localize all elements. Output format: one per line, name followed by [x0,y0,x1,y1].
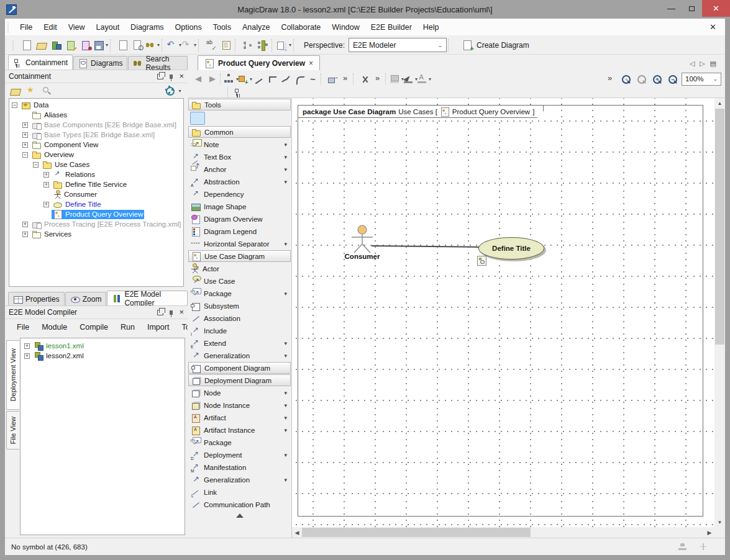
menu-item[interactable]: Tools [208,19,237,35]
menu-item[interactable]: Help [417,19,445,35]
overflow-icon[interactable] [604,72,618,86]
horizontal-scrollbar[interactable]: ◀ ▶ [292,527,714,538]
menu-item[interactable]: Edit [38,19,63,35]
scroll-up-icon[interactable]: ▲ [714,98,725,108]
font-color[interactable]: ▾ [417,72,431,86]
tree-item[interactable]: + Process Tracing [E2E Process Tracing.x… [9,219,183,229]
close-icon[interactable]: ✕ [709,22,716,32]
create-diagram-button[interactable]: Create Diagram [460,38,532,53]
tree-expander-icon[interactable]: + [22,142,28,148]
zoom-selection-icon[interactable] [635,72,649,86]
open-icon[interactable] [10,86,21,95]
zoom-in-icon[interactable] [650,72,664,86]
palette-item[interactable]: Extend ▾ [188,337,291,350]
tree-expander-icon[interactable]: + [43,172,49,178]
compiler-file-item[interactable]: + lesson1.xml [21,341,185,351]
dropdown-arrow-icon[interactable]: ▾ [284,291,287,297]
tree-item[interactable]: + Component View [9,140,183,150]
palette-item[interactable]: Generalization ▾ [188,350,291,362]
palette-item[interactable]: Use Case ▾ [188,275,291,287]
path-spline[interactable]: ▾ [307,72,321,86]
find[interactable]: ▾ [145,38,160,53]
quick-notes[interactable]: ▾ [219,38,234,53]
menu-item[interactable]: Layout [91,19,125,35]
tree-item[interactable]: − Use Cases [9,160,183,169]
bottom-panel-tab[interactable]: Zoom [65,292,107,305]
toolbar-button[interactable]: ▾ [271,39,276,52]
palette-item[interactable]: Note ▾ [188,138,291,151]
code-engineering[interactable]: ▾ [255,38,270,53]
palette-item[interactable]: Subsystem ▾ [188,300,291,312]
tree-item[interactable]: Consumer [9,189,183,199]
redo[interactable]: ▾ [182,38,197,53]
toolbar-button[interactable]: ▾ [293,39,298,52]
tree-expander-icon[interactable]: + [24,353,30,359]
palette-item[interactable]: Manifestation ▾ [188,461,291,474]
compiler-menu-item[interactable]: Import [142,319,175,335]
align-tool[interactable] [255,112,270,125]
menu-item[interactable]: Collaborate [275,19,326,35]
palette-header-tools[interactable]: Tools [188,99,291,111]
scroll-down-icon[interactable]: ▼ [714,517,725,527]
palette-header-component-diagram[interactable]: Component Diagram [188,362,291,374]
palette-header-deployment-diagram[interactable]: Deployment Diagram [188,374,291,386]
tree-expander-icon[interactable]: + [24,343,30,349]
model-visualizer[interactable]: ▾ [240,38,255,53]
undo[interactable]: ▾ [167,38,182,53]
path-curved[interactable]: ▾ [293,72,307,86]
diagram-tool-button[interactable]: ▾ [321,73,326,84]
maximize-button[interactable] [682,0,702,17]
stamp-m3ode-icon[interactable] [678,543,687,551]
zoom-level-select[interactable]: 100% ⌄ [682,73,721,86]
pin-icon[interactable] [170,310,173,315]
dropdown-arrow-icon[interactable]: ▾ [427,76,433,82]
search-icon[interactable] [42,86,52,95]
horizontal-scroll-thumb[interactable] [302,528,531,537]
close-icon[interactable]: × [179,309,184,315]
perspective-select[interactable]: E2E Modeler ⌄ [349,38,447,52]
print[interactable]: ▾ [116,38,130,53]
dropdown-arrow-icon[interactable]: ▾ [284,402,287,409]
palette-item[interactable]: Deployment ▾ [188,449,291,461]
tree-item[interactable]: Aliases [9,110,183,120]
palette-header-usecase-diagram[interactable]: Use Case Diagram [188,250,291,262]
spelling[interactable]: ▾ [204,38,219,53]
menu-item[interactable]: Analyze [237,19,275,35]
path-oblique[interactable]: ▾ [280,72,293,86]
tree-expander-icon[interactable]: + [43,182,49,187]
float-icon[interactable] [157,310,163,315]
bottom-panel-tab[interactable]: Properties [8,292,65,305]
next-tab-icon[interactable]: ▷ [700,60,705,68]
tree-expander-icon[interactable]: + [22,222,28,227]
dropdown-arrow-icon[interactable]: ▾ [284,142,287,148]
tree-item[interactable]: + Relations [9,169,183,179]
path-rect[interactable]: ▾ [266,72,280,86]
toolbar-button[interactable]: ▾ [235,39,239,52]
scroll-left-icon[interactable]: ◀ [292,530,302,536]
dropdown-arrow-icon[interactable]: ▾ [284,390,287,396]
minimize-button[interactable]: — [661,0,682,17]
overflow[interactable]: ▾ [339,72,353,86]
tree-item[interactable]: + Services [9,229,183,239]
save[interactable]: ▾ [94,38,109,53]
dropdown-arrow-icon[interactable]: ▾ [284,452,287,458]
vertical-scroll-thumb[interactable] [715,109,724,345]
close-icon[interactable]: × [179,73,184,79]
scroll-right-icon[interactable]: ▶ [705,530,714,536]
add-element[interactable]: ▾ [239,72,252,86]
tree-expander-icon[interactable]: + [22,232,28,237]
tree-item[interactable]: + Base Components [E2E Bridge Base.xml] [9,120,183,130]
palette-item[interactable]: Dependency ▾ [188,188,291,201]
tree-item[interactable]: Product Query Overview [9,209,183,219]
left-panel-tab[interactable]: Search Results [128,56,188,70]
pin-icon[interactable] [170,75,173,79]
palette-item[interactable]: Package ▾ [188,436,291,449]
distribute-tool[interactable] [239,112,253,125]
palette-scroll-up-icon[interactable] [188,511,291,520]
marquee-tool[interactable] [206,112,221,125]
toolbar-button[interactable]: ▾ [198,39,203,52]
deployment-view-tab[interactable]: Deployment View [6,340,19,410]
dropdown-arrow-icon[interactable]: ▾ [104,42,110,48]
palette-item[interactable]: Association ▾ [188,312,291,325]
palette-item[interactable]: Anchor ▾ [188,163,291,176]
